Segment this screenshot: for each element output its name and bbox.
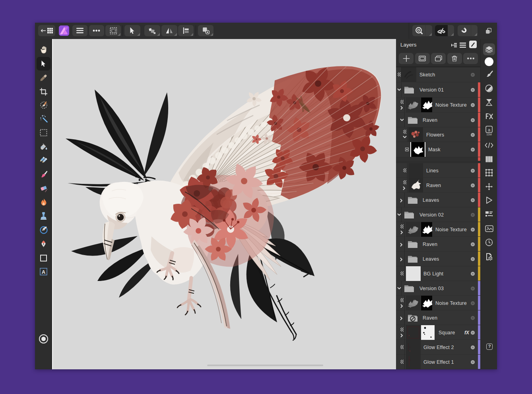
svg-text:A: A: [42, 269, 46, 275]
svg-text:a: a: [488, 127, 491, 132]
svg-text:12pt: 12pt: [486, 133, 492, 136]
